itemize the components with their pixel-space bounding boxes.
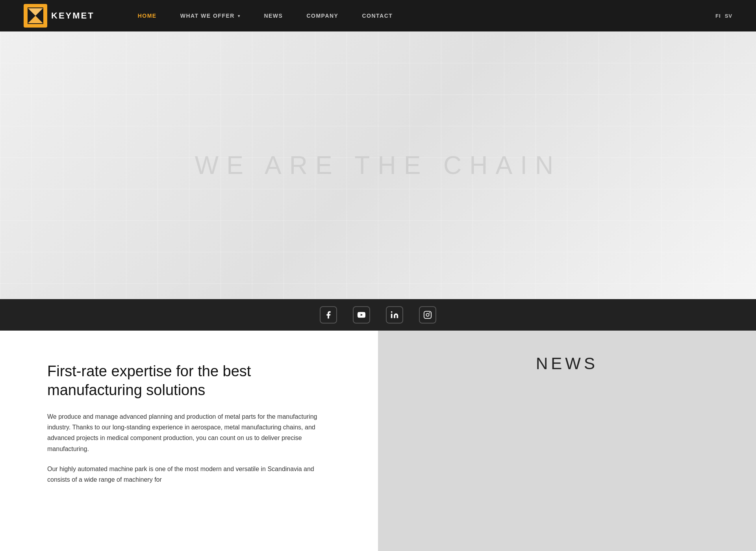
- content-section: First-rate expertise for the best manufa…: [0, 331, 756, 551]
- logo-text: KEYMET: [51, 11, 94, 21]
- language-switcher: FI SV: [715, 13, 732, 19]
- svg-rect-10: [424, 311, 431, 318]
- section-body-2: Our highly automated machine park is one…: [47, 464, 331, 485]
- news-heading: NEWS: [536, 354, 598, 373]
- lang-sv-button[interactable]: SV: [725, 13, 732, 19]
- chevron-down-icon: ▾: [238, 14, 241, 18]
- social-bar: [0, 299, 756, 331]
- navigation: KEYMET HOME WHAT WE OFFER ▾ NEWS COMPANY…: [0, 0, 756, 31]
- section-heading: First-rate expertise for the best manufa…: [47, 362, 331, 399]
- hero-tagline: WE ARE THE CHAIN: [195, 151, 561, 180]
- svg-rect-8: [391, 314, 393, 318]
- svg-point-9: [391, 311, 393, 313]
- nav-link-contact[interactable]: CONTACT: [350, 0, 404, 31]
- linkedin-icon[interactable]: [386, 306, 403, 324]
- nav-link-what-we-offer[interactable]: WHAT WE OFFER ▾: [169, 0, 252, 31]
- svg-point-11: [426, 313, 429, 316]
- logo-link[interactable]: KEYMET: [24, 4, 94, 28]
- nav-link-home[interactable]: HOME: [126, 0, 169, 31]
- hero-section: WE ARE THE CHAIN: [0, 31, 756, 299]
- nav-links: HOME WHAT WE OFFER ▾ NEWS COMPANY CONTAC…: [126, 0, 715, 31]
- section-body-1: We produce and manage advanced planning …: [47, 411, 331, 454]
- lang-fi-button[interactable]: FI: [715, 13, 721, 19]
- youtube-icon[interactable]: [353, 306, 370, 324]
- facebook-icon[interactable]: [320, 306, 337, 324]
- content-right: NEWS: [378, 331, 756, 551]
- content-left: First-rate expertise for the best manufa…: [0, 331, 378, 551]
- instagram-icon[interactable]: [419, 306, 436, 324]
- svg-point-12: [430, 313, 430, 313]
- nav-link-news[interactable]: NEWS: [252, 0, 295, 31]
- nav-link-company[interactable]: COMPANY: [295, 0, 350, 31]
